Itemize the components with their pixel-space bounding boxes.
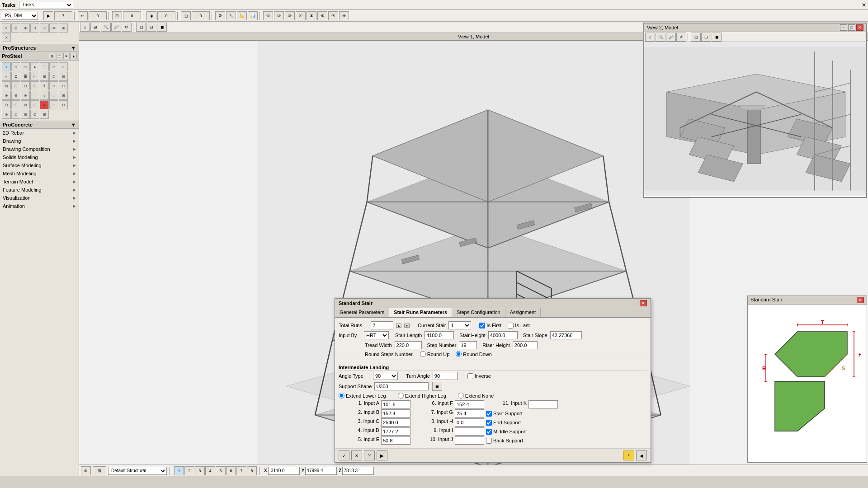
view2-maximize-btn[interactable]: □ [848, 24, 855, 31]
input-h-field[interactable] [455, 418, 484, 427]
tool13[interactable]: ⊡ [49, 72, 58, 81]
tb-extra4[interactable]: ④ [296, 11, 306, 20]
extend-higher-label[interactable]: Extend Higher Leg [398, 393, 446, 399]
prosteel-list-icon[interactable]: ☰ [56, 53, 62, 59]
round-down-radio[interactable] [456, 351, 462, 357]
prosteel-grid-icon[interactable]: ⊞ [49, 53, 55, 59]
prostructures-header[interactable]: ProStructures ▼ [0, 44, 79, 52]
tool27[interactable]: ↕ [49, 91, 58, 100]
v1-display-btn[interactable]: ◻ [136, 23, 146, 32]
is-last-checkbox[interactable] [508, 323, 514, 328]
tool31[interactable]: ⊠ [21, 100, 30, 109]
tool16[interactable]: ⊞ [11, 81, 20, 90]
v1-wire-btn[interactable]: ⊡ [146, 23, 156, 32]
tool19[interactable]: Ⅱ [40, 81, 49, 90]
tb-extra6[interactable]: ⑥ [317, 11, 327, 20]
extend-none-radio[interactable] [458, 393, 464, 399]
scale-tool[interactable]: ⤢ [40, 23, 49, 33]
input-i-field[interactable] [455, 427, 484, 436]
input-f-field[interactable] [455, 400, 484, 408]
round-down-label[interactable]: Round Down [456, 351, 492, 357]
tool36[interactable]: ⊗ [2, 110, 11, 119]
column-tool[interactable]: ⊓ [11, 62, 20, 71]
tool23[interactable]: ⊖ [11, 91, 20, 100]
stair-tool[interactable]: ⊏ [11, 72, 20, 81]
stair-length-input[interactable] [425, 331, 454, 339]
tb-tools3[interactable]: 📐 [237, 11, 247, 20]
tb-extra8[interactable]: ⑧ [339, 11, 349, 20]
plate-tool[interactable]: ▭ [21, 62, 30, 71]
v2-btn4[interactable]: ↺ [676, 33, 686, 42]
tool34[interactable]: ⊕ [49, 100, 58, 109]
v2-btn7[interactable]: ◼ [712, 33, 722, 42]
view-tab-3[interactable]: 3 [195, 466, 205, 475]
rotate-tool[interactable]: ↺ [30, 23, 39, 33]
tool18[interactable]: ⊟ [30, 81, 39, 90]
tool17[interactable]: ⊡ [21, 81, 30, 90]
sidebar-item-feature-modeling[interactable]: Feature Modeling ▶ [0, 186, 79, 194]
tb-extra7[interactable]: ⑦ [328, 11, 338, 20]
tb-select-btn[interactable]: ▶ [43, 11, 53, 20]
riser-height-input[interactable] [513, 341, 538, 349]
view-tab-5[interactable]: 5 [216, 466, 226, 475]
tb-undo-btn[interactable]: ↩ [78, 11, 88, 20]
z-input[interactable] [342, 467, 374, 475]
total-runs-input[interactable] [371, 321, 393, 329]
sidebar-item-animation[interactable]: Animation ▶ [0, 202, 79, 210]
total-runs-up-btn[interactable]: ▲ [396, 324, 401, 328]
v1-zoom-in-btn[interactable]: 🔍 [101, 23, 111, 32]
tb-num4-combo[interactable]: 0 [192, 11, 210, 20]
sidebar-item-terrain-model[interactable]: Terrain Model ▶ [0, 178, 79, 186]
move-tool[interactable]: ✥ [21, 23, 30, 33]
ladder-tool[interactable]: ≣ [21, 72, 30, 81]
input-g-field[interactable] [455, 409, 484, 418]
tab-general-params[interactable]: General Parameters [335, 308, 389, 317]
tool14[interactable]: ⊟ [59, 72, 68, 81]
input-e-field[interactable] [381, 436, 410, 445]
tool25[interactable]: ↑ [30, 91, 39, 100]
is-first-checkbox-label[interactable]: Is First [479, 323, 501, 328]
copy-tool[interactable]: ⊕ [59, 23, 68, 33]
grating-tool[interactable]: ⊞ [40, 72, 49, 81]
stair-slope-input[interactable] [550, 331, 582, 339]
total-runs-down-btn[interactable]: ▼ [404, 324, 410, 328]
dialog-help-btn[interactable]: ? [364, 450, 375, 460]
stair-diagram-close-btn[interactable]: ✕ [857, 297, 864, 303]
middle-support-checkbox[interactable] [486, 429, 492, 435]
tb-snap-btn[interactable]: ◈ [146, 11, 156, 20]
input-b-field[interactable] [381, 409, 410, 418]
extend-higher-radio[interactable] [398, 393, 404, 399]
support-shape-picker-btn[interactable]: ▣ [432, 382, 442, 391]
sidebar-item-surface-modeling[interactable]: Surface Modeling ▶ [0, 161, 79, 169]
tb-extra3[interactable]: ③ [285, 11, 295, 20]
extend-lower-label[interactable]: Extend Lower Leg [339, 393, 386, 399]
is-first-checkbox[interactable] [479, 323, 485, 328]
view-tab-2[interactable]: 2 [184, 466, 194, 475]
view-tab-6[interactable]: 6 [226, 466, 236, 475]
prosteel-collapse-icon[interactable]: ▲ [71, 53, 77, 59]
tasks-close-icon[interactable]: ✕ [862, 2, 866, 8]
tb-extra5[interactable]: ⑤ [307, 11, 316, 20]
cursor-tool[interactable]: ↖ [2, 23, 11, 33]
sidebar-item-solids-modeling[interactable]: Solids Modeling ▶ [0, 153, 79, 161]
step-number-input[interactable] [459, 341, 477, 349]
back-support-checkbox[interactable] [486, 438, 492, 444]
tb-tools2[interactable]: 🔧 [226, 11, 236, 20]
dialog-arrow-btn[interactable]: ▶ [377, 450, 387, 460]
tb-num2-combo[interactable]: 0 [123, 11, 141, 20]
tb-view-btn[interactable]: ◻ [181, 11, 191, 20]
beam-tool[interactable]: I [2, 62, 11, 71]
view-tab-4[interactable]: 4 [205, 466, 215, 475]
tb-tools1[interactable]: ⚙ [215, 11, 225, 20]
cut-tool[interactable]: ✂ [49, 62, 58, 71]
tasks-dropdown[interactable]: Tasks [19, 1, 73, 9]
tb-num-combo[interactable]: 7 [54, 11, 72, 20]
input-by-select[interactable]: HRT HS [364, 331, 389, 339]
tool29[interactable]: ⊡ [2, 100, 11, 109]
is-last-checkbox-label[interactable]: Is Last [508, 323, 529, 328]
tool40[interactable]: ⊞ [40, 110, 49, 119]
layer-select[interactable]: ⊞ [93, 466, 106, 475]
tb-tools4[interactable]: 📊 [248, 11, 258, 20]
tool26[interactable]: ↓ [40, 91, 49, 100]
mirror-tool[interactable]: ⇌ [49, 23, 58, 33]
